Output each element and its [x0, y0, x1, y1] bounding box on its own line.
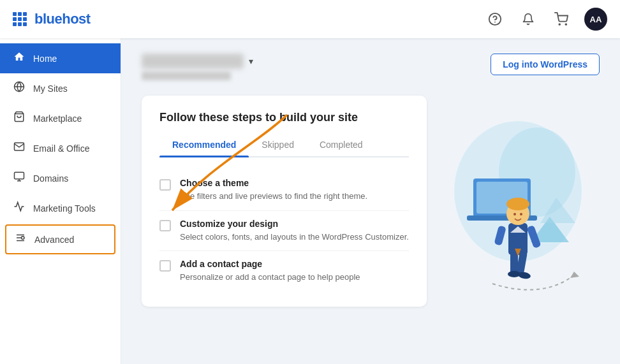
sidebar-item-domains[interactable]: Domains	[0, 163, 121, 193]
step-text-choose-theme: Choose a theme Use filters and live prev…	[180, 178, 409, 203]
site-url-blurred	[142, 71, 231, 80]
my-sites-icon	[13, 81, 26, 96]
sidebar-item-advanced[interactable]: Advanced	[5, 224, 115, 254]
main-content: ▾ Log into WordPress Follow these steps …	[121, 38, 620, 364]
step-desc-choose-theme: Use filters and live previews to find th…	[180, 190, 409, 203]
svg-point-31	[513, 213, 516, 215]
sidebar-item-label: My Sites	[33, 84, 68, 94]
steps-section: Follow these steps to build your site Re…	[142, 96, 427, 307]
sidebar-item-marketing-tools[interactable]: Marketing Tools	[0, 193, 121, 223]
svg-rect-7	[15, 172, 24, 179]
tab-completed[interactable]: Completed	[307, 135, 376, 156]
marketplace-icon	[13, 111, 26, 126]
main-layout: Home My Sites Marketplace Email & Office	[0, 38, 620, 364]
logo-area: bluehost	[13, 11, 91, 27]
site-name-blurred	[142, 54, 244, 69]
topnav-right: AA	[485, 8, 607, 31]
marketing-icon	[13, 201, 26, 215]
sidebar-item-label: Advanced	[34, 235, 74, 245]
svg-point-2	[559, 24, 560, 25]
steps-and-illustration: Follow these steps to build your site Re…	[142, 96, 600, 307]
site-header-row: ▾ Log into WordPress	[142, 54, 600, 80]
domains-icon	[13, 171, 26, 186]
notifications-icon[interactable]	[518, 9, 538, 29]
user-avatar[interactable]: AA	[584, 8, 607, 31]
sidebar-item-label: Email & Office	[33, 143, 89, 154]
sidebar-item-home[interactable]: Home	[0, 43, 121, 73]
step-item-contact-page: Add a contact page Personalize or add a …	[159, 251, 409, 291]
step-checkbox-contact-page[interactable]	[159, 260, 171, 272]
help-icon[interactable]	[485, 9, 505, 29]
tab-recommended[interactable]: Recommended	[159, 135, 249, 156]
sidebar-item-label: Marketplace	[33, 113, 82, 124]
steps-title: Follow these steps to build your site	[159, 111, 409, 124]
sidebar-item-label: Domains	[33, 173, 68, 184]
step-title-choose-theme: Choose a theme	[180, 178, 409, 188]
svg-point-3	[565, 24, 566, 25]
sidebar-item-label: Home	[33, 54, 57, 64]
site-name-block: ▾	[142, 54, 253, 80]
step-item-choose-theme: Choose a theme Use filters and live prev…	[159, 170, 409, 211]
chevron-down-icon[interactable]: ▾	[249, 56, 253, 66]
sidebar-item-email-office[interactable]: Email & Office	[0, 133, 121, 163]
logo-grid-icon	[13, 12, 27, 26]
step-checkbox-customize-design[interactable]	[159, 220, 171, 231]
step-title-customize-design: Customize your design	[180, 219, 409, 229]
top-navigation: bluehost AA	[0, 0, 620, 38]
step-desc-customize-design: Select colors, fonts, and layouts in the…	[180, 231, 409, 244]
steps-tabs: Recommended Skipped Completed	[159, 135, 409, 157]
step-checkbox-choose-theme[interactable]	[159, 179, 171, 191]
step-title-contact-page: Add a contact page	[180, 259, 409, 269]
svg-point-13	[22, 237, 25, 240]
cart-icon[interactable]	[551, 9, 572, 29]
sidebar-item-label: Marketing Tools	[33, 203, 96, 214]
site-name-row: ▾	[142, 54, 253, 69]
step-desc-contact-page: Personalize or add a contact page to hel…	[180, 271, 409, 284]
svg-point-30	[506, 198, 529, 210]
step-text-contact-page: Add a contact page Personalize or add a …	[180, 259, 409, 284]
sidebar-item-marketplace[interactable]: Marketplace	[0, 103, 121, 133]
tab-skipped[interactable]: Skipped	[249, 135, 307, 156]
illustration	[416, 89, 594, 293]
logo-text: bluehost	[34, 11, 91, 27]
svg-marker-33	[570, 272, 579, 278]
step-text-customize-design: Customize your design Select colors, fon…	[180, 219, 409, 244]
email-icon	[13, 141, 26, 156]
advanced-icon	[14, 232, 27, 247]
home-icon	[13, 51, 26, 66]
sidebar: Home My Sites Marketplace Email & Office	[0, 38, 121, 364]
svg-point-32	[520, 213, 522, 215]
sidebar-item-my-sites[interactable]: My Sites	[0, 73, 121, 103]
step-item-customize-design: Customize your design Select colors, fon…	[159, 211, 409, 252]
log-into-wordpress-button[interactable]: Log into WordPress	[491, 54, 600, 75]
